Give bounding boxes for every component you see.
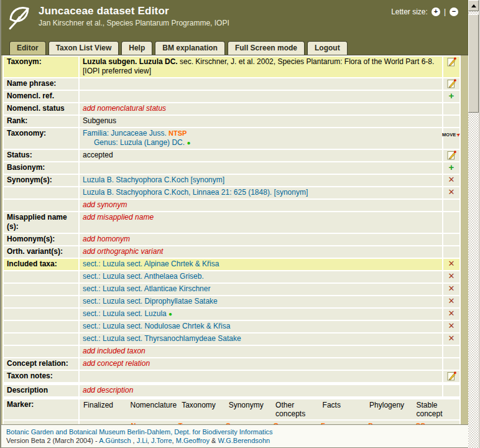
- taxon-link[interactable]: Luzula B. Stachyophora C.Koch [synonym]: [83, 175, 224, 184]
- taxon-link[interactable]: sect.: Luzula sect. Alpinae Chrtek & Kři…: [83, 259, 219, 268]
- value-line: sect.: Luzula sect. Thyrsanochlamydeae S…: [83, 334, 440, 343]
- row-value: Luzula B. Stachyophora C.Koch [synonym]: [80, 175, 442, 186]
- row-value: add orthographic variant: [80, 246, 442, 258]
- taxon-link[interactable]: sect.: Luzula sect. Luzula: [83, 309, 168, 318]
- vertical-scrollbar[interactable]: [468, 0, 479, 448]
- row-action-cell: +: [443, 91, 459, 102]
- add-link[interactable]: add homonym: [83, 235, 130, 243]
- add-link[interactable]: add orthographic variant: [83, 247, 163, 256]
- add-icon[interactable]: +: [449, 91, 455, 100]
- footer-author-link[interactable]: W.G.Berendsohn: [218, 437, 270, 444]
- row-action-cell: [443, 103, 459, 114]
- row-action-cell: [443, 116, 459, 127]
- tab-full-screen-mode[interactable]: Full Screen mode: [228, 41, 305, 55]
- row-label: Nomencl. ref.: [4, 91, 78, 102]
- delete-icon[interactable]: ✕: [448, 322, 455, 330]
- row-action-cell: [443, 234, 459, 245]
- footer-author-link[interactable]: A.Güntsch: [99, 437, 131, 444]
- tab-editor[interactable]: Editor: [9, 41, 46, 55]
- value-text: Luzula subgen. Luzula DC.: [83, 57, 178, 66]
- table-row: sect.: Luzula sect. Luzula ●✕: [4, 309, 459, 320]
- row-label: Status:: [4, 150, 78, 161]
- add-icon[interactable]: +: [449, 163, 455, 172]
- row-action-cell: ✕: [443, 175, 459, 186]
- letter-size-control: Letter size: + | −: [391, 7, 458, 16]
- scrollbar-thumb[interactable]: [468, 14, 479, 113]
- delete-icon[interactable]: ✕: [448, 175, 455, 184]
- add-link[interactable]: add misapplied name: [83, 213, 154, 222]
- letter-size-increase-button[interactable]: +: [432, 7, 440, 16]
- scroll-up-button[interactable]: [468, 0, 479, 11]
- edit-icon[interactable]: [447, 57, 456, 67]
- add-link[interactable]: add included taxon: [83, 347, 145, 355]
- row-label: Synonym(s):: [4, 175, 78, 186]
- taxon-link[interactable]: sect.: Luzula sect. Thyrsanochlamydeae S…: [83, 334, 241, 343]
- footer-version-line: Version Beta 2 (March 2004) - A.Güntsch …: [6, 436, 467, 445]
- tab-taxon-list-view[interactable]: Taxon List View: [48, 41, 119, 55]
- tab-bm-explanation[interactable]: BM explanation: [155, 41, 225, 55]
- row-label: [4, 187, 78, 198]
- value-line: [83, 371, 440, 381]
- taxon-link[interactable]: sect.: Luzula sect. Diprophyllatae Satak…: [83, 297, 218, 306]
- tab-help[interactable]: Help: [121, 41, 152, 55]
- row-value: sect.: Luzula sect. Thyrsanochlamydeae S…: [80, 334, 442, 345]
- footer-author-link[interactable]: J.Li: [137, 437, 147, 444]
- add-link[interactable]: add nomenclatural status: [83, 104, 166, 113]
- table-row: Homonym(s):add homonym: [4, 234, 459, 245]
- tab-logout[interactable]: Logout: [307, 41, 348, 55]
- marker-column-header: Finalized: [80, 399, 126, 419]
- add-link[interactable]: add concept relation: [83, 359, 150, 368]
- table-row: Synonym(s):Luzula B. Stachyophora C.Koch…: [4, 175, 459, 186]
- taxon-link[interactable]: sect.: Luzula sect. Nodulosae Chrtek & K…: [83, 322, 230, 330]
- table-row: sect.: Luzula sect. Nodulosae Chrtek & K…: [4, 321, 459, 332]
- value-line: add synonym: [83, 200, 440, 210]
- letter-size-decrease-button[interactable]: −: [450, 7, 458, 16]
- footer-text: &: [210, 437, 218, 444]
- table-row: Misapplied name (s):add misapplied name: [4, 212, 459, 233]
- taxon-link[interactable]: Familia: Juncaceae Juss.: [83, 129, 168, 138]
- delete-icon[interactable]: ✕: [448, 334, 455, 342]
- add-link[interactable]: add synonym: [83, 200, 127, 209]
- row-label: Misapplied name (s):: [4, 212, 78, 233]
- marker-column-header: Other concepts: [272, 399, 318, 419]
- footer-author-link[interactable]: M.Geoffroy: [176, 437, 210, 444]
- delete-icon[interactable]: ✕: [448, 188, 455, 196]
- add-link[interactable]: add description: [83, 386, 133, 394]
- tab-bar: EditorTaxon List ViewHelpBM explanationF…: [1, 36, 468, 55]
- edit-icon[interactable]: [447, 79, 456, 88]
- footer-institution-link[interactable]: Botanic Garden and Botanical Museum Berl…: [6, 427, 467, 436]
- edit-icon[interactable]: [447, 371, 456, 381]
- row-value: sect.: Luzula sect. Luzula ●: [80, 309, 442, 320]
- value-line: add included taxon: [83, 347, 440, 356]
- footer-text: Version Beta 2 (March 2004) -: [6, 437, 99, 444]
- delete-icon[interactable]: ✕: [448, 272, 455, 280]
- value-line: sect.: Luzula sect. Anthelaea Griseb.: [83, 272, 440, 281]
- footer-author-link[interactable]: J.Torre: [151, 437, 172, 444]
- row-action-cell: [443, 358, 459, 370]
- value-line: [83, 222, 440, 231]
- move-button[interactable]: MOVE➤: [442, 130, 461, 139]
- value-line: Familia: Juncaceae Juss. NTSP: [83, 129, 440, 138]
- delete-icon[interactable]: ✕: [448, 284, 455, 292]
- marker-column-header: Nomenclature: [126, 399, 178, 419]
- taxon-link[interactable]: sect.: Luzula sect. Atlanticae Kirschner: [83, 284, 210, 293]
- delete-icon[interactable]: ✕: [448, 259, 455, 268]
- delete-icon[interactable]: ✕: [448, 309, 455, 317]
- delete-icon[interactable]: ✕: [448, 297, 455, 305]
- taxon-link[interactable]: sect.: Luzula sect. Anthelaea Griseb.: [83, 272, 204, 281]
- table-row: Basionym:+: [4, 162, 459, 174]
- value-line: add description: [83, 386, 440, 395]
- table-row: Orth. variant(s):add orthographic varian…: [4, 246, 459, 258]
- taxon-link[interactable]: Genus: Luzula (Lange) DC.: [94, 138, 187, 147]
- taxon-link[interactable]: Luzula B. Stachyophora C.Koch, Linnaea 2…: [83, 188, 308, 197]
- page-footer: Botanic Garden and Botanical Museum Berl…: [1, 424, 468, 448]
- row-value: Luzula subgen. Luzula DC. sec. Kirschner…: [80, 57, 442, 77]
- row-action-cell: [443, 371, 459, 382]
- row-label: Orth. variant(s):: [4, 246, 78, 258]
- leaf-logo-icon: [7, 5, 32, 31]
- row-value: sect.: Luzula sect. Diprophyllatae Satak…: [80, 296, 442, 307]
- page-subtitle: Jan Kirschner et al., Species Plantarum …: [39, 19, 391, 27]
- row-label: Description: [4, 385, 78, 396]
- editor-table: Taxonym:Luzula subgen. Luzula DC. sec. K…: [2, 55, 461, 424]
- edit-icon[interactable]: [447, 151, 456, 160]
